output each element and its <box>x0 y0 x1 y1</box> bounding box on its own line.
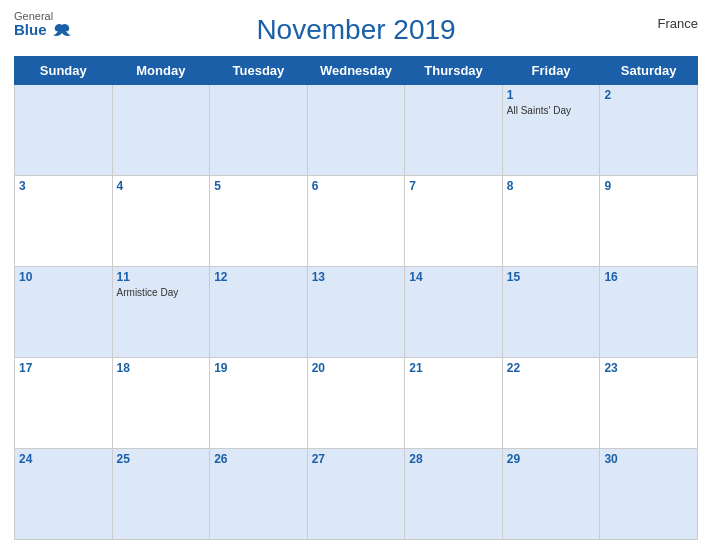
calendar-cell: 6 <box>307 176 405 267</box>
day-number: 29 <box>507 452 596 466</box>
day-number: 12 <box>214 270 303 284</box>
day-number: 8 <box>507 179 596 193</box>
day-number: 14 <box>409 270 498 284</box>
day-number: 5 <box>214 179 303 193</box>
weekday-header-monday: Monday <box>112 57 210 85</box>
country-label: France <box>658 16 698 31</box>
calendar-cell: 4 <box>112 176 210 267</box>
calendar-cell: 21 <box>405 358 503 449</box>
day-number: 2 <box>604 88 693 102</box>
weekday-header-wednesday: Wednesday <box>307 57 405 85</box>
day-number: 6 <box>312 179 401 193</box>
logo-bird-icon <box>53 23 71 39</box>
calendar-cell: 22 <box>502 358 600 449</box>
calendar-cell: 1All Saints' Day <box>502 85 600 176</box>
calendar-cell: 28 <box>405 449 503 540</box>
calendar-cell: 27 <box>307 449 405 540</box>
calendar-cell <box>15 85 113 176</box>
day-number: 3 <box>19 179 108 193</box>
calendar-cell: 2 <box>600 85 698 176</box>
calendar-cell: 15 <box>502 267 600 358</box>
weekday-header-row: SundayMondayTuesdayWednesdayThursdayFrid… <box>15 57 698 85</box>
holiday-label: All Saints' Day <box>507 104 596 117</box>
day-number: 28 <box>409 452 498 466</box>
calendar-cell: 8 <box>502 176 600 267</box>
day-number: 20 <box>312 361 401 375</box>
logo: General Blue <box>14 10 71 39</box>
calendar-cell: 12 <box>210 267 308 358</box>
calendar-cell: 23 <box>600 358 698 449</box>
calendar-cell: 16 <box>600 267 698 358</box>
weekday-header-tuesday: Tuesday <box>210 57 308 85</box>
weekday-header-friday: Friday <box>502 57 600 85</box>
day-number: 19 <box>214 361 303 375</box>
month-title: November 2019 <box>256 14 455 46</box>
calendar-cell: 13 <box>307 267 405 358</box>
calendar-cell: 19 <box>210 358 308 449</box>
calendar-cell: 14 <box>405 267 503 358</box>
calendar-week-row: 3456789 <box>15 176 698 267</box>
calendar-cell: 29 <box>502 449 600 540</box>
day-number: 23 <box>604 361 693 375</box>
holiday-label: Armistice Day <box>117 286 206 299</box>
calendar-cell <box>307 85 405 176</box>
calendar-table: SundayMondayTuesdayWednesdayThursdayFrid… <box>14 56 698 540</box>
day-number: 10 <box>19 270 108 284</box>
day-number: 18 <box>117 361 206 375</box>
weekday-header-thursday: Thursday <box>405 57 503 85</box>
calendar-cell: 7 <box>405 176 503 267</box>
day-number: 16 <box>604 270 693 284</box>
day-number: 15 <box>507 270 596 284</box>
day-number: 22 <box>507 361 596 375</box>
calendar-cell <box>405 85 503 176</box>
calendar-cell: 5 <box>210 176 308 267</box>
day-number: 9 <box>604 179 693 193</box>
calendar-week-row: 1011Armistice Day1213141516 <box>15 267 698 358</box>
day-number: 17 <box>19 361 108 375</box>
day-number: 7 <box>409 179 498 193</box>
day-number: 26 <box>214 452 303 466</box>
weekday-header-sunday: Sunday <box>15 57 113 85</box>
calendar-week-row: 24252627282930 <box>15 449 698 540</box>
calendar-cell: 20 <box>307 358 405 449</box>
day-number: 25 <box>117 452 206 466</box>
calendar-cell: 18 <box>112 358 210 449</box>
day-number: 30 <box>604 452 693 466</box>
calendar-cell: 17 <box>15 358 113 449</box>
day-number: 24 <box>19 452 108 466</box>
weekday-header-saturday: Saturday <box>600 57 698 85</box>
calendar-cell: 9 <box>600 176 698 267</box>
calendar-cell: 26 <box>210 449 308 540</box>
day-number: 4 <box>117 179 206 193</box>
calendar-cell: 11Armistice Day <box>112 267 210 358</box>
calendar-header: General Blue November 2019 France <box>14 10 698 50</box>
logo-blue-text: Blue <box>14 22 71 39</box>
day-number: 11 <box>117 270 206 284</box>
day-number: 1 <box>507 88 596 102</box>
calendar-cell: 10 <box>15 267 113 358</box>
calendar-wrapper: General Blue November 2019 France Sunday… <box>0 0 712 550</box>
day-number: 27 <box>312 452 401 466</box>
calendar-cell <box>210 85 308 176</box>
calendar-cell: 3 <box>15 176 113 267</box>
calendar-cell: 25 <box>112 449 210 540</box>
day-number: 13 <box>312 270 401 284</box>
calendar-cell: 30 <box>600 449 698 540</box>
calendar-week-row: 1All Saints' Day2 <box>15 85 698 176</box>
calendar-cell <box>112 85 210 176</box>
calendar-week-row: 17181920212223 <box>15 358 698 449</box>
day-number: 21 <box>409 361 498 375</box>
calendar-cell: 24 <box>15 449 113 540</box>
